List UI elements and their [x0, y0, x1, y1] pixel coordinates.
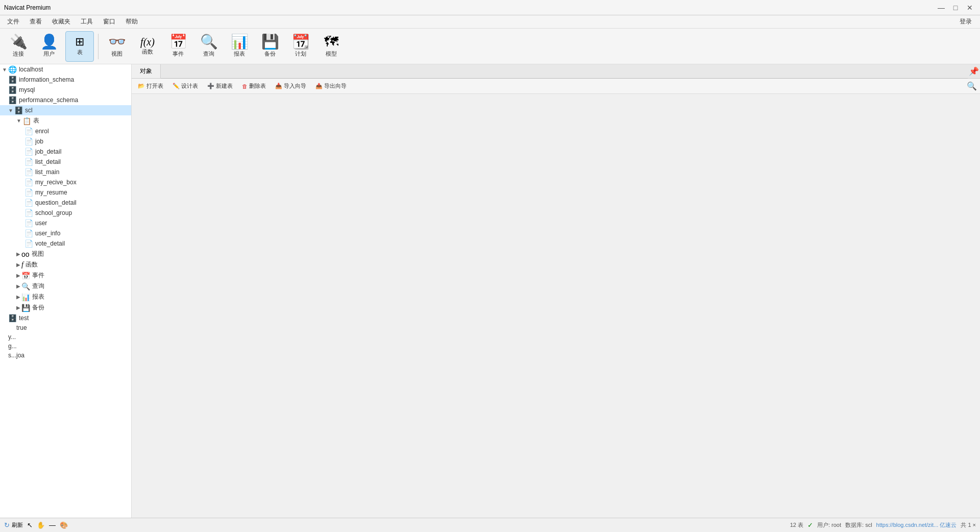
- tool-event[interactable]: 📅 事件: [164, 31, 192, 62]
- sidebar-item-y[interactable]: y...: [0, 332, 131, 342]
- tool-user-label: 用户: [43, 50, 55, 58]
- sidebar-item-events[interactable]: ▶ 📅 事件: [0, 270, 131, 281]
- design-table-icon: ✏️: [173, 83, 180, 89]
- pin-button[interactable]: 📌: [968, 64, 980, 78]
- sidebar-item-school-group[interactable]: 📄 school_group: [0, 208, 131, 218]
- db-icon: 🗄️: [8, 86, 17, 94]
- color-tool[interactable]: 🎨: [60, 521, 68, 529]
- rep-icon: 📊: [21, 293, 30, 301]
- sidebar-item-root[interactable]: ▼ 🌐 localhost: [0, 64, 131, 75]
- tool-report-label: 报表: [234, 50, 245, 58]
- collapse-ev-icon: ▶: [16, 273, 20, 278]
- sidebar-item-list-detail[interactable]: 📄 list_detail: [0, 157, 131, 167]
- open-table-icon: 📂: [138, 83, 145, 89]
- login-button[interactable]: 登录: [953, 16, 978, 27]
- sidebar-item-scl[interactable]: ▼ 🗄️ scl: [0, 105, 131, 115]
- sidebar-item-true[interactable]: true: [0, 323, 131, 332]
- sidebar-item-g[interactable]: g...: [0, 342, 131, 351]
- menu-view[interactable]: 查看: [24, 16, 47, 27]
- tool-function[interactable]: f(x) 函数: [133, 31, 162, 62]
- tab-objects[interactable]: 对象: [132, 64, 161, 78]
- sidebar-item-user-info[interactable]: 📄 user_info: [0, 228, 131, 238]
- sidebar-item-reports[interactable]: ▶ 📊 报表: [0, 292, 131, 302]
- tool-connect-label: 连接: [13, 50, 24, 58]
- collapse-fn-icon: ▶: [16, 262, 20, 268]
- table-count: 12 表: [790, 521, 803, 529]
- line-tool[interactable]: —: [49, 521, 56, 529]
- refresh-button[interactable]: ↻ 刷新: [4, 521, 23, 529]
- sidebar-item-my-resume[interactable]: 📄 my_resume: [0, 187, 131, 198]
- website-link[interactable]: https://blog.csdn.net/zit... 亿速云: [876, 521, 957, 529]
- tool-report[interactable]: 📊 报表: [225, 31, 254, 62]
- tool-query[interactable]: 🔍 查询: [194, 31, 223, 62]
- tool-view[interactable]: 👓 视图: [103, 31, 131, 62]
- page-info: 共 1 ×: [961, 521, 976, 529]
- sidebar: ▼ 🌐 localhost 🗄️ information_schema 🗄️ m…: [0, 64, 132, 518]
- sidebar-item-user[interactable]: 📄 user: [0, 218, 131, 228]
- sidebar-item-my-recive-box[interactable]: 📄 my_recive_box: [0, 177, 131, 187]
- sidebar-item-tables[interactable]: ▼ 📋 表: [0, 115, 131, 126]
- menu-favorites[interactable]: 收藏夹: [47, 16, 76, 27]
- sidebar-item-information-schema[interactable]: 🗄️ information_schema: [0, 75, 131, 85]
- tool-connect[interactable]: 🔌 连接: [4, 31, 33, 62]
- cursor-tool[interactable]: ↖: [27, 521, 33, 529]
- sidebar-item-functions[interactable]: ▶ f 函数: [0, 259, 131, 270]
- query-icon: 🔍: [200, 35, 218, 49]
- menu-bar: 文件 查看 收藏夹 工具 窗口 帮助 登录: [0, 15, 980, 29]
- sidebar-item-mysql[interactable]: 🗄️ mysql: [0, 85, 131, 95]
- qry-icon: 🔍: [21, 282, 30, 291]
- import-wizard-button[interactable]: 📥 导入向导: [271, 81, 310, 91]
- refresh-icon: ↻: [4, 521, 10, 529]
- tool-table[interactable]: ⊞ 表: [65, 31, 94, 62]
- sidebar-item-list-main[interactable]: 📄 list_main: [0, 167, 131, 177]
- tool-model[interactable]: 🗺 模型: [317, 31, 346, 62]
- db-icon: 🗄️: [8, 96, 17, 104]
- open-table-button[interactable]: 📂 打开表: [134, 81, 167, 91]
- bottom-bar: ↻ 刷新 ↖ ✋ — 🎨 12 表 ✓ 用户: root 数据库: scl ht…: [0, 518, 980, 532]
- event-icon: 📅: [169, 35, 187, 49]
- view-icon: 👓: [108, 35, 126, 49]
- menu-window[interactable]: 窗口: [98, 16, 120, 27]
- table-row-icon: 📄: [24, 239, 33, 248]
- collapse-rep-icon: ▶: [16, 294, 20, 300]
- sidebar-item-views[interactable]: ▶ oo 视图: [0, 249, 131, 259]
- design-table-button[interactable]: ✏️ 设计表: [168, 81, 202, 91]
- sidebar-item-backups[interactable]: ▶ 💾 备份: [0, 302, 131, 313]
- tool-backup[interactable]: 💾 备份: [256, 31, 284, 62]
- sidebar-item-vote-detail[interactable]: 📄 vote_detail: [0, 238, 131, 249]
- sidebar-item-question-detail[interactable]: 📄 question_detail: [0, 198, 131, 208]
- app-title: Navicat Premium: [4, 4, 51, 11]
- new-table-button[interactable]: ➕ 新建表: [203, 81, 237, 91]
- table-row-icon: 📄: [24, 178, 33, 186]
- collapse-tables-icon: ▼: [16, 118, 21, 124]
- check-icon: ✓: [807, 521, 813, 529]
- sidebar-item-performance-schema[interactable]: 🗄️ performance_schema: [0, 95, 131, 105]
- delete-table-button[interactable]: 🗑 删除表: [238, 81, 270, 91]
- tab-bar: 对象 📌: [132, 64, 980, 79]
- sidebar-item-enrol[interactable]: 📄 enrol: [0, 126, 131, 136]
- sidebar-item-sjoa[interactable]: s...joa: [0, 351, 131, 360]
- menu-file[interactable]: 文件: [2, 16, 24, 27]
- tool-schedule[interactable]: 📆 计划: [286, 31, 315, 62]
- canvas-wrapper: school_group 🔑id: int name: varchar(255)…: [132, 94, 980, 518]
- hand-tool[interactable]: ✋: [37, 521, 45, 529]
- sidebar-item-test[interactable]: 🗄️ test: [0, 313, 131, 323]
- close-button[interactable]: ✕: [964, 3, 976, 13]
- tool-backup-label: 备份: [264, 50, 276, 58]
- menu-help[interactable]: 帮助: [120, 16, 143, 27]
- search-button[interactable]: 🔍: [966, 80, 978, 92]
- sidebar-item-queries[interactable]: ▶ 🔍 查询: [0, 281, 131, 292]
- window-controls: — □ ✕: [935, 3, 976, 13]
- sidebar-item-job[interactable]: 📄 job: [0, 136, 131, 147]
- collapse-views-icon: ▶: [16, 251, 20, 257]
- sidebar-item-job-detail[interactable]: 📄 job_detail: [0, 147, 131, 157]
- delete-table-icon: 🗑: [242, 83, 248, 89]
- tool-user[interactable]: 👤 用户: [35, 31, 63, 62]
- minimize-button[interactable]: —: [935, 3, 947, 13]
- export-wizard-button[interactable]: 📤 导出向导: [311, 81, 351, 91]
- tool-table-label: 表: [77, 49, 83, 56]
- user-icon: 👤: [40, 35, 58, 49]
- maximize-button[interactable]: □: [949, 3, 962, 13]
- collapse-qry-icon: ▶: [16, 283, 20, 289]
- menu-tools[interactable]: 工具: [76, 16, 98, 27]
